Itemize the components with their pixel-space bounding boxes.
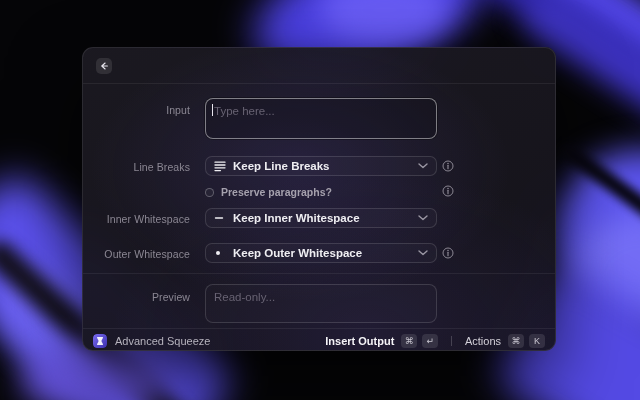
return-key[interactable]: ↵ (422, 334, 438, 348)
back-button[interactable] (96, 58, 112, 74)
input-label: Input (83, 104, 190, 116)
arrow-left-icon (98, 60, 110, 72)
k-key[interactable]: K (529, 334, 545, 348)
inner-whitespace-dropdown[interactable]: Keep Inner Whitespace (205, 208, 437, 228)
input-textarea[interactable] (205, 98, 437, 139)
window-header (83, 48, 555, 83)
preserve-paragraphs-label: Preserve paragraphs? (221, 186, 332, 198)
info-icon[interactable] (442, 160, 454, 172)
line-breaks-icon (214, 160, 226, 172)
footer-bar: Advanced Squeeze Insert Output ⌘ ↵ | Act… (83, 329, 555, 351)
checkbox-circle-icon (205, 188, 214, 197)
text-caret (212, 104, 213, 116)
preserve-paragraphs-checkbox[interactable]: Preserve paragraphs? (205, 185, 332, 199)
chevron-down-icon (418, 163, 428, 169)
line-breaks-label: Line Breaks (83, 161, 190, 173)
header-divider (83, 83, 555, 84)
actions-menu-button[interactable]: Actions ⌘ K (465, 334, 545, 348)
info-icon[interactable] (442, 247, 454, 259)
info-icon[interactable] (442, 185, 454, 197)
command-key[interactable]: ⌘ (508, 334, 524, 348)
app-name: Advanced Squeeze (115, 335, 317, 347)
advanced-squeeze-app-icon (93, 334, 107, 348)
dash-icon (214, 212, 226, 224)
bullet-icon (214, 247, 226, 259)
inner-whitespace-label: Inner Whitespace (83, 213, 190, 225)
line-breaks-dropdown[interactable]: Keep Line Breaks (205, 156, 437, 176)
chevron-down-icon (418, 215, 428, 221)
outer-whitespace-dropdown[interactable]: Keep Outer Whitespace (205, 243, 437, 263)
primary-action[interactable]: Insert Output ⌘ ↵ (325, 334, 438, 348)
command-key[interactable]: ⌘ (401, 334, 417, 348)
preview-label: Preview (83, 291, 190, 303)
outer-whitespace-value: Keep Outer Whitespace (233, 247, 411, 259)
inner-whitespace-value: Keep Inner Whitespace (233, 212, 411, 224)
footer-separator: | (450, 335, 453, 346)
chevron-down-icon (418, 250, 428, 256)
primary-action-label: Insert Output (325, 335, 394, 347)
actions-label: Actions (465, 335, 501, 347)
outer-whitespace-label: Outer Whitespace (83, 248, 190, 260)
section-divider (83, 273, 555, 274)
line-breaks-value: Keep Line Breaks (233, 160, 411, 172)
preview-textarea[interactable] (205, 284, 437, 323)
extension-window: Input Line Breaks Keep Line Breaks Prese… (82, 47, 556, 351)
